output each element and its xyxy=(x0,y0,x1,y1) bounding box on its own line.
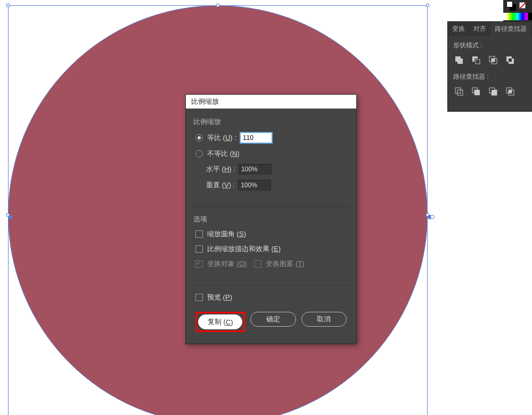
horizontal-hotkey: H xyxy=(224,165,229,173)
color-panel-mini xyxy=(503,0,532,21)
svg-rect-7 xyxy=(492,90,497,95)
unite-icon[interactable] xyxy=(453,54,465,66)
scale-strokes-post: ) xyxy=(279,245,281,253)
scale-strokes-hotkey: E xyxy=(274,245,279,253)
vertical-hotkey: V xyxy=(224,181,229,189)
shape-modes-label: 形状模式 : xyxy=(453,41,527,50)
svg-rect-4 xyxy=(455,88,461,93)
dialog-title: 比例缩放 xyxy=(186,95,356,109)
nonuniform-label-post: ) xyxy=(237,150,239,157)
shape-mode-row xyxy=(453,54,527,66)
scale-strokes-check[interactable] xyxy=(195,245,203,253)
uniform-hotkey: U xyxy=(225,134,230,142)
svg-rect-0 xyxy=(476,60,480,64)
scale-corners-check[interactable] xyxy=(195,230,203,238)
svg-rect-5 xyxy=(457,90,463,95)
vertical-value-input[interactable] xyxy=(238,180,271,190)
transform-patterns-label: 变换图案 (T) xyxy=(266,259,304,269)
nonuniform-radio[interactable] xyxy=(195,150,203,157)
copy-button-pre: 复制 ( xyxy=(208,317,226,327)
divider xyxy=(191,206,351,207)
pathfinder-row xyxy=(453,86,527,97)
svg-rect-6 xyxy=(474,90,480,95)
crop-icon[interactable] xyxy=(504,86,516,97)
nonuniform-label-pre: 不等比 ( xyxy=(207,150,232,157)
horizontal-value-input[interactable] xyxy=(239,164,272,175)
preview-post: ) xyxy=(230,293,232,301)
handle-top[interactable] xyxy=(216,4,219,7)
tab-align[interactable]: 对齐 xyxy=(469,22,490,36)
preview-check[interactable] xyxy=(195,294,203,301)
copy-button[interactable]: 复制 (C) xyxy=(198,314,242,329)
svg-rect-3 xyxy=(492,59,495,62)
uniform-label[interactable]: 等比 (U) : xyxy=(207,133,236,143)
minus-front-icon[interactable] xyxy=(470,54,482,66)
nonuniform-label[interactable]: 不等比 (N) xyxy=(207,149,240,159)
divide-icon[interactable] xyxy=(453,86,465,97)
merge-icon[interactable] xyxy=(487,86,499,97)
vertical-label: 垂直 (V) : xyxy=(206,180,235,190)
tab-pathfinder[interactable]: 路径查找器 xyxy=(490,22,531,36)
transform-objects-check xyxy=(195,260,203,268)
horizontal-label: 水平 (H) : xyxy=(206,164,235,174)
anchor-right-outer[interactable] xyxy=(430,215,435,219)
panel-tabs: 变换 对齐 路径查找器 xyxy=(448,22,532,36)
scale-corners-hotkey: S xyxy=(239,230,244,238)
transform-patterns-pre: 变换图案 ( xyxy=(266,260,298,268)
transform-patterns-post: ) xyxy=(302,260,304,268)
scale-dialog: 比例缩放 比例缩放 等比 (U) : 不等比 (N) 水平 (H) : xyxy=(185,94,357,344)
scale-corners-post: ) xyxy=(244,230,246,238)
intersect-icon[interactable] xyxy=(487,54,499,66)
transform-patterns-check xyxy=(254,260,261,268)
uniform-radio[interactable] xyxy=(195,134,203,142)
preview-label[interactable]: 预览 (P) xyxy=(207,293,232,302)
highlight-box: 复制 (C) xyxy=(195,312,245,332)
none-swatch-icon[interactable] xyxy=(519,2,526,9)
color-spectrum[interactable] xyxy=(503,13,532,20)
handle-top-left[interactable] xyxy=(6,4,10,7)
uniform-label-post: ) : xyxy=(230,134,236,142)
transform-objects-hotkey: O xyxy=(239,260,244,268)
preview-hotkey: P xyxy=(225,293,230,301)
preview-pre: 预览 ( xyxy=(207,293,225,301)
trim-icon[interactable] xyxy=(470,86,482,97)
uniform-label-pre: 等比 ( xyxy=(207,134,225,142)
fill-swatch[interactable] xyxy=(506,1,513,7)
divider-2 xyxy=(191,285,351,285)
pathfinder-panel: 变换 对齐 路径查找器 形状模式 : 路径查找器 : xyxy=(447,21,532,112)
exclude-icon[interactable] xyxy=(504,54,516,66)
transform-objects-label: 变换对象 (O) xyxy=(207,259,247,269)
uniform-value-input[interactable] xyxy=(240,132,273,144)
scale-corners-pre: 缩放圆角 ( xyxy=(207,230,239,238)
transform-objects-pre: 变换对象 ( xyxy=(207,260,239,268)
transform-objects-post: ) xyxy=(244,260,247,268)
anchor-left[interactable] xyxy=(8,215,12,219)
horizontal-label-post: ) : xyxy=(229,165,235,173)
svg-rect-9 xyxy=(509,90,512,93)
scale-strokes-pre: 比例缩放描边和效果 ( xyxy=(207,245,274,253)
options-section-title: 选项 xyxy=(193,214,349,224)
copy-button-post: ) xyxy=(231,318,233,326)
handle-top-right[interactable] xyxy=(426,4,429,7)
ok-button[interactable]: 确定 xyxy=(250,312,296,327)
nonuniform-hotkey: N xyxy=(232,150,237,157)
scale-section-title: 比例缩放 xyxy=(193,117,349,127)
pathfinders-label: 路径查找器 : xyxy=(453,72,527,81)
fill-stroke-swatch[interactable] xyxy=(506,1,517,12)
vertical-label-post: ) : xyxy=(229,181,235,189)
scale-corners-label[interactable]: 缩放圆角 (S) xyxy=(207,229,246,239)
tab-transform[interactable]: 变换 xyxy=(448,22,469,36)
vertical-label-pre: 垂直 ( xyxy=(206,181,224,189)
copy-button-hotkey: C xyxy=(226,318,231,326)
scale-strokes-label[interactable]: 比例缩放描边和效果 (E) xyxy=(207,244,281,254)
horizontal-label-pre: 水平 ( xyxy=(206,165,224,173)
cancel-button[interactable]: 取消 xyxy=(301,312,347,327)
